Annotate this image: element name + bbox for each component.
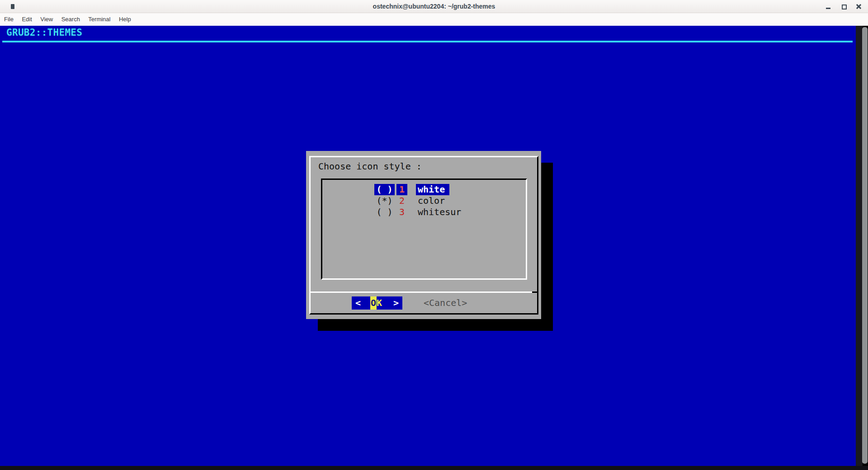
- radio-option-color[interactable]: (*) 2 color: [306, 195, 541, 207]
- ok-bracket-right: >: [393, 296, 399, 310]
- close-icon[interactable]: [856, 4, 862, 9]
- radio-option-white[interactable]: ( ) 1 white: [306, 184, 541, 195]
- window-title: ostechnix@ubuntu2204: ~/grub2-themes: [0, 0, 868, 13]
- ok-button[interactable]: < O K >: [352, 296, 402, 310]
- menu-terminal[interactable]: Terminal: [85, 13, 113, 26]
- menu-file[interactable]: File: [1, 13, 17, 26]
- titlebar: ostechnix@ubuntu2204: ~/grub2-themes: [0, 0, 868, 13]
- menu-view[interactable]: View: [37, 13, 56, 26]
- radio-indicator[interactable]: (*): [374, 195, 395, 207]
- dialog-title: Choose icon style :: [318, 161, 422, 172]
- separator-cap: [532, 291, 538, 293]
- maximize-icon[interactable]: [842, 5, 847, 9]
- menubar: File Edit View Search Terminal Help: [0, 13, 868, 26]
- menu-search[interactable]: Search: [58, 13, 83, 26]
- ok-label-rest: K: [377, 296, 382, 310]
- option-label: color: [416, 195, 445, 207]
- menu-help[interactable]: Help: [116, 13, 134, 26]
- minimize-icon[interactable]: [826, 8, 830, 9]
- choose-icon-style-dialog: Choose icon style : ( ) 1 white (*) 2 co…: [306, 151, 541, 319]
- menu-edit[interactable]: Edit: [19, 13, 35, 26]
- ok-hotkey-cursor: O: [370, 296, 377, 310]
- option-label: whitesur: [416, 207, 461, 218]
- ok-bracket-left: <: [355, 296, 361, 310]
- option-tag: 3: [396, 207, 407, 218]
- radio-option-whitesur[interactable]: ( ) 3 whitesur: [306, 207, 541, 218]
- header-rule: [2, 41, 853, 42]
- option-label: white: [416, 184, 449, 195]
- cancel-button[interactable]: <Cancel>: [424, 297, 467, 309]
- scrollbar-track[interactable]: [856, 26, 863, 466]
- grub2-themes-heading: GRUB2::THEMES: [6, 27, 82, 38]
- radio-indicator[interactable]: ( ): [374, 207, 395, 218]
- radio-indicator[interactable]: ( ): [374, 184, 395, 195]
- option-tag: 2: [396, 195, 407, 207]
- option-tag: 1: [396, 184, 407, 195]
- desktop-strip: [0, 466, 868, 470]
- scrollbar-handle[interactable]: [862, 27, 868, 464]
- button-separator: [309, 291, 538, 293]
